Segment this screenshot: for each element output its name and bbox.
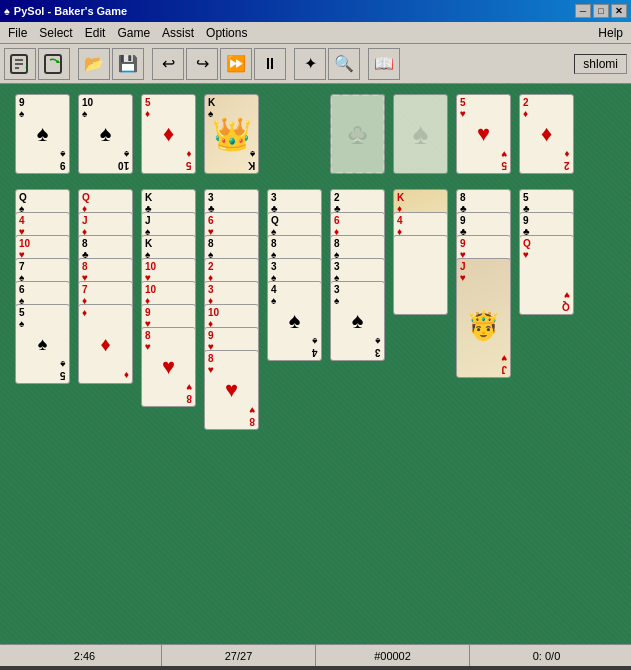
foundation-6[interactable]: ♠ [393,94,448,174]
minimize-button[interactable]: ─ [575,4,591,18]
status-moves: 27/27 [162,645,316,666]
tableau-8-4[interactable]: J♥ 🤴 J♥ [456,258,511,378]
menu-help[interactable]: Help [592,24,629,42]
toolbar-separator-4 [362,48,366,80]
foundation-2[interactable]: 10♠ ♠ 10♠ [78,94,133,174]
menu-game[interactable]: Game [111,24,156,42]
status-score: 0: 0/0 [470,645,623,666]
foundation-1[interactable]: 9♠ ♠ 9♠ [15,94,70,174]
rules-button[interactable]: 📖 [368,48,400,80]
tableau-4-8[interactable]: 8♥ ♥ 8♥ [204,350,259,430]
toolbar-separator-1 [72,48,76,80]
undo-button[interactable]: ↩ [152,48,184,80]
menu-file[interactable]: File [2,24,33,42]
save-button[interactable]: 💾 [112,48,144,80]
toolbar: ↑ 📂 💾 ↩ ↪ ⏩ ⏸ ✦ 🔍 📖 shlomi [0,44,631,84]
menu-edit[interactable]: Edit [79,24,112,42]
foundation-3[interactable]: 5♦ ♦ 5♦ [141,94,196,174]
foundation-8[interactable]: 2♦ ♦ 2♦ [519,94,574,174]
tableau-7-3[interactable] [393,235,448,315]
hint-button[interactable]: ✦ [294,48,326,80]
titlebar: ♠ PySol - Baker's Game ─ □ ✕ [0,0,631,22]
status-time: 2:46 [8,645,162,666]
statusbar: 2:46 27/27 #00002 0: 0/0 [0,644,631,666]
svg-rect-5 [45,55,61,73]
restart-button[interactable] [38,48,70,80]
new-game-button[interactable]: ↑ [4,48,36,80]
foundation-4[interactable]: K♠ 👑 K♠ [204,94,259,174]
toolbar-separator-2 [146,48,150,80]
app-icon: ♠ [4,5,10,17]
autodrop-button[interactable]: ⏩ [220,48,252,80]
foundation-7[interactable]: 5♥ ♥ 5♥ [456,94,511,174]
tableau-1-6[interactable]: 5♠ ♠ 5♠ [15,304,70,384]
pause-button[interactable]: ⏸ [254,48,286,80]
tableau-3-7[interactable]: 8♥ ♥ 8♥ [141,327,196,407]
username-label: shlomi [574,54,627,74]
menu-options[interactable]: Options [200,24,253,42]
maximize-button[interactable]: □ [593,4,609,18]
close-button[interactable]: ✕ [611,4,627,18]
menubar: File Select Edit Game Assist Options Hel… [0,22,631,44]
foundation-5[interactable]: ♣ [330,94,385,174]
game-area: 9♠ ♠ 9♠ 10♠ ♠ 10♠ 5♦ ♦ 5♦ K♠ 👑 K♠ ♣ ♣ ♠ … [0,84,631,644]
open-button[interactable]: 📂 [78,48,110,80]
tableau-9-3[interactable]: Q♥ Q♥ [519,235,574,315]
menu-select[interactable]: Select [33,24,78,42]
redo-button[interactable]: ↪ [186,48,218,80]
toolbar-separator-3 [288,48,292,80]
find-card-button[interactable]: 🔍 [328,48,360,80]
tableau-2-6[interactable]: ♦ ♦ ♦ [78,304,133,384]
window-title: PySol - Baker's Game [14,5,575,17]
menu-assist[interactable]: Assist [156,24,200,42]
status-deal: #00002 [316,645,470,666]
svg-text:↑: ↑ [24,63,29,74]
tableau-5-5[interactable]: 4♠ ♠ 4♠ [267,281,322,361]
tableau-6-5[interactable]: 3♠ ♠ 3♠ [330,281,385,361]
